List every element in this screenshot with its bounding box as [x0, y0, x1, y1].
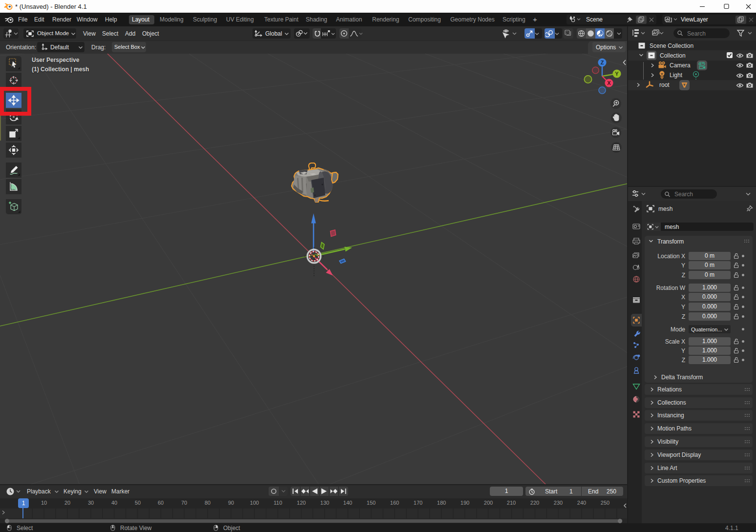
- svg-text:Y: Y: [615, 71, 619, 77]
- svg-text:ViewLayer: ViewLayer: [681, 16, 708, 23]
- svg-text:Z: Z: [601, 60, 604, 65]
- svg-text:Scene: Scene: [586, 16, 603, 23]
- svg-text:X: X: [607, 80, 611, 86]
